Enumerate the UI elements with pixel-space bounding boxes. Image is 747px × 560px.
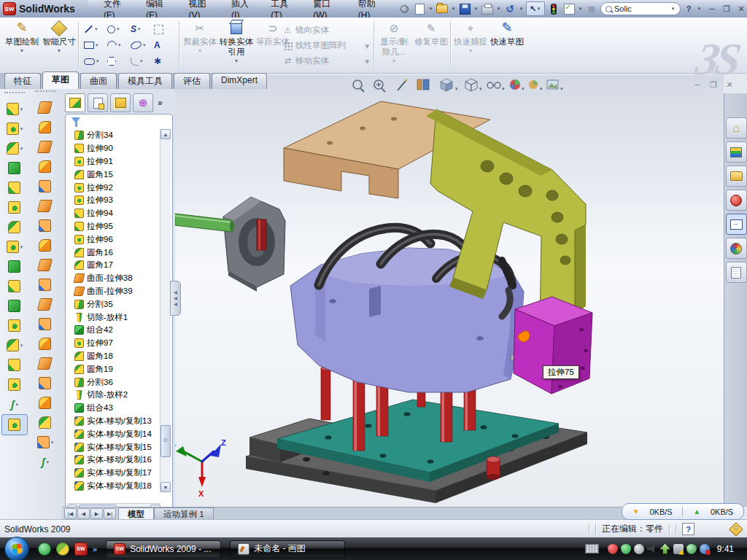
replace-face[interactable]	[32, 334, 58, 354]
tree-item-fillet17[interactable]: ▶ 圆角17	[67, 259, 160, 272]
undo-icon[interactable]: ↺	[503, 2, 516, 15]
tab-sketch[interactable]: 草图	[42, 71, 79, 89]
tree-item-extrude94[interactable]: ▶ 拉伸94	[67, 207, 160, 220]
taskbar-button-paint[interactable]: 未命名 - 画图	[230, 540, 345, 558]
file-explorer-tab[interactable]	[726, 166, 747, 187]
scroll-up-icon[interactable]: ▲	[160, 129, 171, 139]
sketch-fillet-tool[interactable]: ▾	[128, 53, 152, 69]
offset-surface[interactable]	[32, 216, 58, 236]
fillet[interactable]: ▾	[1, 139, 28, 158]
rapid-sketch-button[interactable]: ✎ 快速草图	[489, 20, 525, 47]
solidworks-media-tab[interactable]	[726, 190, 747, 211]
rebuild-icon[interactable]	[547, 2, 560, 15]
smart-dimension-button[interactable]: 智能尺寸▼	[42, 20, 77, 54]
reference-geometry[interactable]: ▾	[32, 432, 58, 452]
taskbar-button-solidworks[interactable]: SW SolidWorks 2009 - ...	[106, 540, 221, 558]
prev-tab-icon[interactable]: ◀	[77, 508, 90, 519]
convert-entities-button[interactable]: 转换实体引用▼	[219, 20, 254, 64]
network-warning-icon[interactable]	[673, 544, 684, 554]
last-tab-icon[interactable]: ▶|	[104, 508, 116, 519]
tree-item-cutloft1[interactable]: ▶ 切除-放样1	[67, 311, 160, 324]
draft[interactable]	[1, 217, 28, 237]
linear-pattern[interactable]: ▾	[1, 237, 28, 257]
thickened-cut[interactable]	[32, 373, 58, 393]
tree-item-cutloft2[interactable]: ▶ 切除-放样2	[67, 389, 160, 402]
panel-overflow-button[interactable]: »	[155, 98, 165, 108]
extend-surface[interactable]	[32, 275, 58, 295]
new-file-dropdown[interactable]: ▾	[428, 6, 433, 12]
custom-properties-tab[interactable]	[726, 262, 747, 283]
keyboard-layout-icon[interactable]	[585, 544, 599, 553]
part-clamp-fixture[interactable]	[223, 197, 285, 292]
curve[interactable]: ʃ▾	[1, 394, 28, 414]
arc-tool[interactable]: ▾	[105, 37, 128, 53]
point-tool[interactable]: ✱	[152, 53, 175, 69]
sketch-text-tool[interactable]: A	[152, 37, 175, 53]
help-button[interactable]: ?	[683, 4, 694, 14]
defender-icon[interactable]	[686, 544, 697, 554]
thicken[interactable]	[32, 354, 58, 373]
tree-item-extrude91[interactable]: ▶ 拉伸91	[67, 155, 160, 168]
messenger-icon[interactable]	[38, 542, 51, 556]
surface-fillet[interactable]	[32, 413, 58, 432]
ellipse-tool[interactable]: ▾	[128, 37, 152, 53]
tab-evaluate[interactable]: 评估	[174, 73, 210, 89]
lofted-boss[interactable]	[1, 178, 28, 198]
scrollbar-thumb[interactable]	[160, 425, 171, 457]
tree-item-surface-extrude39[interactable]: ▶ 曲面-拉伸39	[67, 285, 160, 298]
tree-item-movecopy15[interactable]: ▶ 实体-移动/复制15	[67, 440, 160, 454]
select-entities-tool[interactable]	[152, 21, 175, 37]
rectangle-tool[interactable]: ▾	[82, 37, 105, 53]
first-tab-icon[interactable]: |◀	[64, 508, 77, 519]
help-dropdown[interactable]: ▾	[697, 6, 702, 12]
tree-item-split35[interactable]: ▶ 分割35	[67, 298, 160, 311]
solidworks-resources-tab[interactable]: ⌂	[726, 117, 747, 139]
sync-blocked-icon[interactable]	[700, 544, 710, 554]
quicklaunch-app-icon[interactable]	[56, 542, 69, 556]
toolbar-grip[interactable]	[35, 90, 55, 96]
tab-surfaces[interactable]: 曲面	[80, 73, 117, 89]
lofted-surface[interactable]	[32, 137, 58, 157]
panel-splitter[interactable]: ◀◀◀	[170, 281, 181, 316]
update-icon[interactable]	[660, 544, 670, 554]
tree-item-movecopy16[interactable]: ▶ 实体-移动/复制16	[67, 454, 160, 467]
planar-surface[interactable]	[32, 196, 58, 216]
combine-bodies[interactable]	[1, 296, 28, 316]
tree-item-extrude90[interactable]: ▶ 拉伸90	[67, 142, 160, 155]
undo-dropdown[interactable]: ▾	[519, 6, 524, 12]
swept-boss[interactable]	[1, 158, 28, 178]
tree-item-split34[interactable]: ▶ 分割34	[67, 129, 160, 142]
taskbar-clock[interactable]: 9:41	[717, 544, 734, 554]
swept-surface[interactable]	[32, 98, 58, 117]
toolbar-grip[interactable]	[4, 92, 25, 98]
featuremanager-tree-tab[interactable]	[65, 93, 85, 112]
move-copy-body[interactable]	[1, 316, 28, 335]
instant3d[interactable]	[1, 414, 28, 435]
tree-item-extrude96[interactable]: ▶ 拉伸96	[67, 233, 160, 246]
knit-surface[interactable]	[32, 255, 58, 275]
tree-item-fillet15[interactable]: ▶ 圆角15	[67, 168, 160, 181]
close-button[interactable]: ✕	[735, 4, 747, 14]
tree-item-combine43[interactable]: ▶ 组合43	[67, 402, 160, 415]
network-monitor-widget[interactable]: ▼ 0KB/S ▲ 0KB/S	[622, 503, 744, 520]
open-file-dropdown[interactable]: ▾	[451, 6, 456, 12]
radiate-surface[interactable]	[32, 236, 58, 255]
slot-tool[interactable]: ▾	[82, 53, 105, 69]
tree-item-movecopy17[interactable]: ▶ 实体-移动/复制17	[67, 467, 160, 480]
tree-vertical-scrollbar[interactable]: ▲ ▼	[160, 129, 171, 492]
polygon-tool[interactable]	[105, 53, 128, 69]
open-file-icon[interactable]	[436, 2, 449, 15]
boundary-surface[interactable]	[32, 157, 58, 176]
line-tool[interactable]: ▾	[82, 21, 105, 37]
restore-button[interactable]: ❐	[721, 4, 732, 14]
heads-up-toolbar[interactable]: ▾ ▾ ▾ ▾ ▾ ▾	[353, 79, 563, 92]
motion-study-tab[interactable]: 运动算例 1	[154, 508, 214, 520]
tree-item-surface-extrude38[interactable]: ▶ 曲面-拉伸38	[67, 272, 160, 285]
tree-item-fillet19[interactable]: ▶ 圆角19	[67, 362, 160, 376]
scroll-down-icon[interactable]: ▼	[160, 482, 171, 492]
security-alert-icon[interactable]	[608, 544, 618, 554]
new-file-icon[interactable]	[413, 2, 426, 15]
reference-point[interactable]	[1, 375, 28, 394]
surface-curve[interactable]: ʃ▾	[32, 452, 58, 472]
view-palette-tab[interactable]	[726, 214, 747, 235]
